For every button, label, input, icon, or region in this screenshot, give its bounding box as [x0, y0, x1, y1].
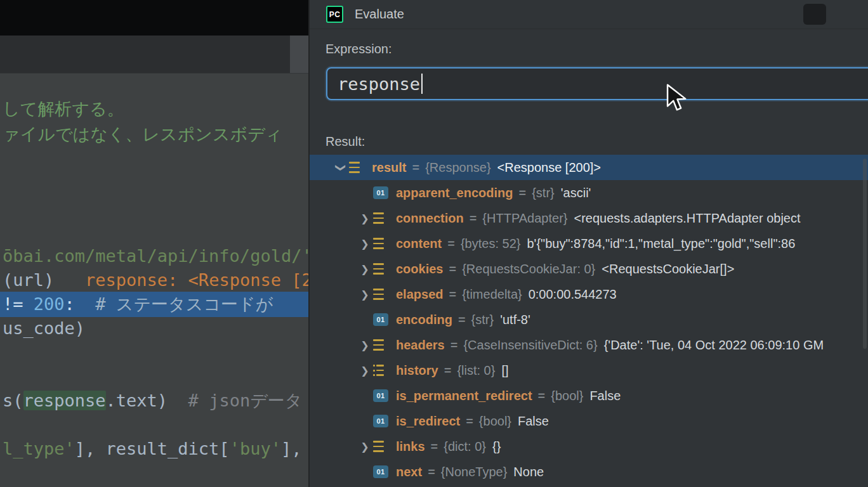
type-hint: {Response}	[425, 160, 490, 175]
object-value-icon	[373, 287, 388, 301]
type-hint: {bool}	[551, 389, 583, 403]
corner-icon	[803, 4, 826, 25]
equals-sign: =	[447, 237, 455, 251]
tree-row-connection[interactable]: ❯connection={HTTPAdapter}<requests.adapt…	[310, 205, 868, 231]
result-label: Result:	[326, 134, 365, 149]
variable-name: connection	[396, 211, 464, 226]
object-value-icon	[373, 338, 388, 352]
expression-value: response	[338, 74, 420, 94]
variable-value: False	[589, 389, 621, 403]
variable-name: elapsed	[396, 287, 443, 302]
type-hint: {str}	[471, 313, 494, 327]
code-segment: !=	[3, 294, 34, 314]
chevron-down-icon[interactable]: ❯	[335, 159, 347, 176]
code-line-2: ァイルではなく、レスポンスボディ	[0, 122, 309, 147]
dialog-header: PC Evaluate	[310, 0, 868, 29]
tree-row-content[interactable]: ❯content={bytes: 52}b'{"buy":8784,"id":1…	[310, 231, 868, 256]
code-line-4: (url) response: <Response [20	[0, 268, 309, 293]
chevron-right-icon[interactable]: ❯	[357, 365, 373, 377]
code-segment: 200	[34, 294, 65, 314]
type-hint: {timedelta}	[462, 287, 522, 302]
variable-name: history	[396, 363, 438, 378]
variable-value: b'{"buy":8784,"id":1,"metal_type":"gold"…	[527, 237, 795, 251]
type-hint: {RequestsCookieJar: 0}	[462, 262, 595, 276]
type-hint: {str}	[532, 186, 555, 200]
tree-row-apparent_encoding[interactable]: 01apparent_encoding={str}'ascii'	[310, 180, 868, 205]
object-value-icon	[373, 439, 388, 453]
code-line-7: s(response.text) # jsonデータ	[0, 388, 309, 413]
object-value-icon	[373, 262, 388, 276]
tree-row-elapsed[interactable]: ❯elapsed={timedelta}0:00:00.544273	[310, 282, 868, 307]
variable-name: is_permanent_redirect	[396, 389, 532, 403]
variable-name: apparent_encoding	[396, 186, 513, 200]
equals-sign: =	[538, 389, 546, 403]
text-caret	[421, 74, 423, 94]
tree-row-history[interactable]: ❯history={list: 0}[]	[310, 358, 868, 383]
tree-row-headers[interactable]: ❯headers={CaseInsensitiveDict: 6}{'Date'…	[310, 332, 868, 358]
type-hint: {list: 0}	[457, 363, 495, 378]
tree-row-is_permanent_redirect[interactable]: 01is_permanent_redirect={bool}False	[310, 383, 868, 408]
code-segment: l_type'	[3, 439, 75, 458]
equals-sign: =	[450, 338, 458, 353]
code-line-1: して解析する。	[0, 96, 309, 122]
chevron-right-icon[interactable]: ❯	[357, 212, 373, 224]
code-segment: :	[65, 294, 75, 314]
expression-input[interactable]: response	[326, 67, 868, 100]
code-segment: .text)	[106, 391, 168, 410]
code-editor[interactable]: して解析する。ァイルではなく、レスポンスボディōbai.com/metal/ap…	[0, 0, 309, 487]
code-segment: ァイルではなく、レスポンスボディ	[3, 124, 283, 144]
code-segment: 'buy'	[230, 439, 281, 458]
tree-row-cookies[interactable]: ❯cookies={RequestsCookieJar: 0}<Requests…	[310, 256, 868, 282]
pycharm-logo-text: PC	[329, 10, 341, 19]
equals-sign: =	[449, 262, 456, 276]
code-line-6: us_code)	[0, 316, 309, 341]
code-segment: ], result_dict[	[75, 439, 230, 458]
code-line-3: ōbai.com/metal/api/info/gold/'	[0, 244, 309, 269]
tree-row-result[interactable]: ❯result={Response}<Response [200]>	[310, 155, 868, 180]
equals-sign: =	[470, 211, 477, 226]
chevron-right-icon[interactable]: ❯	[357, 263, 373, 275]
code-segment: して解析する。	[3, 99, 124, 119]
tree-row-next[interactable]: 01next={NoneType}None	[310, 459, 868, 484]
type-hint: {HTTPAdapter}	[482, 211, 567, 226]
type-hint: {bytes: 52}	[461, 237, 521, 251]
tree-row-encoding[interactable]: 01encoding={str}'utf-8'	[310, 307, 868, 332]
primitive-value-icon: 01	[373, 389, 388, 402]
variable-name: links	[396, 439, 425, 454]
primitive-value-icon: 01	[373, 465, 388, 478]
variable-name: is_redirect	[396, 414, 460, 429]
equals-sign: =	[412, 160, 419, 175]
variable-name: encoding	[396, 313, 452, 327]
code-segment: response: <Response [20	[85, 270, 309, 290]
variable-value: <requests.adapters.HTTPAdapter object	[574, 211, 801, 226]
equals-sign: =	[466, 414, 473, 429]
equals-sign: =	[428, 465, 435, 479]
code-segment: us_code)	[3, 318, 85, 338]
tree-row-links[interactable]: ❯links={dict: 0}{}	[310, 434, 868, 459]
code-segment	[54, 270, 85, 290]
variable-name: cookies	[396, 262, 443, 276]
screen: して解析する。ァイルではなく、レスポンスボディōbai.com/metal/ap…	[0, 0, 868, 487]
tree-row-is_redirect[interactable]: 01is_redirect={bool}False	[310, 408, 868, 434]
primitive-value-icon: 01	[373, 186, 388, 199]
variable-name: content	[396, 237, 442, 251]
equals-sign: =	[431, 439, 438, 454]
primitive-value-icon: 01	[373, 415, 388, 427]
variable-value: {'Date': 'Tue, 04 Oct 2022 06:09:10 GM	[604, 338, 824, 353]
chevron-right-icon[interactable]: ❯	[357, 289, 373, 301]
object-value-icon	[373, 211, 388, 225]
variable-value: None	[513, 465, 544, 479]
type-hint: {NoneType}	[441, 465, 508, 479]
variable-value: <RequestsCookieJar[]>	[602, 262, 734, 276]
tree-scrollbar[interactable]	[863, 159, 867, 349]
type-hint: {dict: 0}	[444, 439, 486, 454]
chevron-right-icon[interactable]: ❯	[357, 339, 373, 351]
equals-sign: =	[458, 313, 466, 327]
variable-value: 0:00:00.544273	[529, 287, 617, 302]
chevron-right-icon[interactable]: ❯	[357, 441, 373, 453]
code-segment: # ステータスコードが	[75, 294, 273, 314]
variable-value: False	[518, 414, 549, 429]
equals-sign: =	[518, 186, 526, 200]
primitive-value-icon: 01	[373, 313, 388, 326]
chevron-right-icon[interactable]: ❯	[357, 238, 373, 250]
